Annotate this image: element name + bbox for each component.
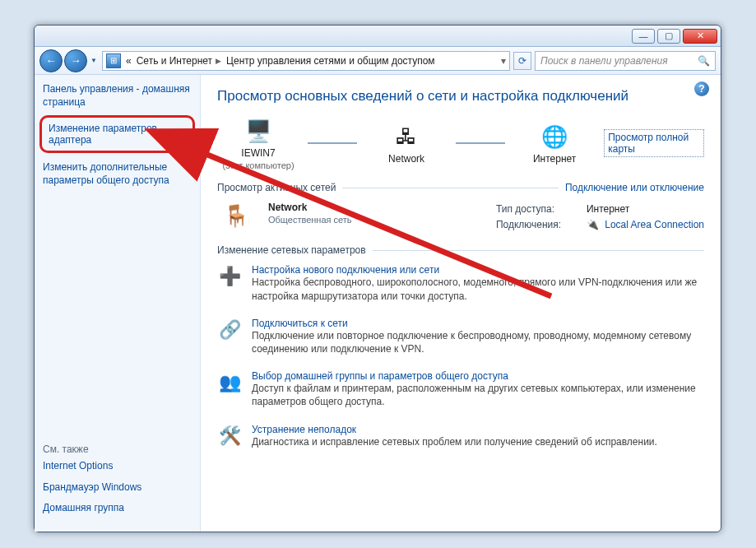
sidebar: Панель управления - домашняя страница Из… bbox=[35, 75, 201, 532]
netmap-node-computer: 🖥️ IEWIN7 (этот компьютер) bbox=[217, 116, 299, 170]
new-connection-icon: ➕ bbox=[217, 264, 242, 289]
connect-icon: 🔗 bbox=[217, 318, 242, 342]
task-troubleshoot: 🛠️ Устранение неполадок Диагностика и ис… bbox=[217, 424, 704, 448]
search-placeholder: Поиск в панели управления bbox=[540, 55, 668, 67]
nav-history-dropdown[interactable]: ▼ bbox=[89, 53, 99, 68]
sidebar-adapter-settings-link[interactable]: Изменение параметров адаптера bbox=[49, 123, 157, 146]
task-new-connection: ➕ Настройка нового подключения или сети … bbox=[217, 264, 704, 302]
connect-disconnect-link[interactable]: Подключение или отключение bbox=[565, 182, 704, 193]
task-homegroup: 👥 Выбор домашней группы и параметров общ… bbox=[217, 370, 704, 408]
task-new-connection-link[interactable]: Настройка нового подключения или сети bbox=[252, 264, 439, 276]
task-homegroup-desc: Доступ к файлам и принтерам, расположенн… bbox=[252, 382, 704, 408]
breadcrumb-2-label: Центр управления сетями и общим доступом bbox=[226, 55, 435, 67]
main-pane: ? Просмотр основных сведений о сети и на… bbox=[201, 75, 721, 532]
location-icon: ⊞ bbox=[106, 53, 121, 68]
addr-prefix: « bbox=[126, 55, 132, 67]
task-troubleshoot-link[interactable]: Устранение неполадок bbox=[252, 424, 356, 435]
page-title: Просмотр основных сведений о сети и наст… bbox=[217, 88, 704, 104]
netmap-node-network: 🖧 Network bbox=[365, 122, 448, 165]
search-input[interactable]: Поиск в панели управления 🔍 bbox=[535, 51, 716, 71]
nav-arrows: ← → ▼ bbox=[39, 49, 99, 72]
chevron-right-icon: ▶ bbox=[216, 57, 221, 65]
task-connect-desc: Подключение или повторное подключение к … bbox=[252, 329, 704, 355]
troubleshoot-icon: 🛠️ bbox=[217, 424, 242, 448]
network-details: Тип доступа: Интернет Подключения: 🔌 Loc… bbox=[496, 202, 704, 233]
back-button[interactable]: ← bbox=[39, 49, 63, 72]
sidebar-advanced-sharing-link[interactable]: Изменить дополнительные параметры общего… bbox=[43, 161, 169, 186]
see-also-homegroup[interactable]: Домашняя группа bbox=[43, 502, 124, 513]
task-new-connection-desc: Настройка беспроводного, широкополосного… bbox=[252, 276, 704, 302]
search-icon: 🔍 bbox=[698, 55, 710, 67]
netmap-node3-label: Интернет bbox=[533, 153, 576, 165]
ethernet-icon: 🔌 bbox=[587, 219, 599, 230]
network-settings-header: Изменение сетевых параметров bbox=[217, 244, 704, 256]
connection-link[interactable]: Local Area Connection bbox=[605, 219, 704, 230]
task-troubleshoot-desc: Диагностика и исправление сетевых пробле… bbox=[252, 435, 704, 448]
forward-button[interactable]: → bbox=[64, 49, 87, 72]
public-network-icon: 🪑 bbox=[217, 202, 255, 230]
sidebar-home-link[interactable]: Панель управления - домашняя страница bbox=[43, 83, 190, 108]
see-also-internet-options[interactable]: Internet Options bbox=[43, 460, 113, 471]
view-full-map-link[interactable]: Просмотр полной карты bbox=[604, 129, 704, 157]
network-map: 🖥️ IEWIN7 (этот компьютер) 🖧 Network 🌐 И… bbox=[217, 116, 704, 170]
network-icon: 🖧 bbox=[390, 122, 423, 151]
address-bar[interactable]: ⊞ « Сеть и Интернет ▶ Центр управления с… bbox=[102, 51, 510, 71]
homegroup-icon: 👥 bbox=[217, 370, 242, 395]
control-panel-window: — ▢ ✕ ← → ▼ ⊞ « Сеть и Интернет ▶ Центр … bbox=[34, 25, 721, 532]
refresh-button[interactable]: ⟳ bbox=[513, 52, 531, 70]
minimize-button[interactable]: — bbox=[632, 29, 655, 44]
network-type-link[interactable]: Общественная сеть bbox=[268, 215, 352, 225]
netmap-node1-sub: (этот компьютер) bbox=[223, 160, 295, 170]
see-also-firewall[interactable]: Брандмауэр Windows bbox=[43, 481, 141, 493]
content: Панель управления - домашняя страница Из… bbox=[35, 75, 721, 532]
active-networks-label: Просмотр активных сетей bbox=[217, 182, 336, 193]
network-name: Network bbox=[268, 202, 352, 213]
navbar: ← → ▼ ⊞ « Сеть и Интернет ▶ Центр управл… bbox=[35, 47, 721, 75]
task-homegroup-link[interactable]: Выбор домашней группы и параметров общег… bbox=[252, 370, 508, 382]
address-dropdown[interactable]: ▾ bbox=[501, 55, 506, 67]
maximize-button[interactable]: ▢ bbox=[657, 29, 680, 44]
network-settings-label: Изменение сетевых параметров bbox=[217, 244, 366, 256]
computer-icon: 🖥️ bbox=[242, 116, 275, 146]
see-also-heading: См. также bbox=[43, 444, 192, 455]
tasks-list: ➕ Настройка нового подключения или сети … bbox=[217, 264, 704, 448]
task-connect-link[interactable]: Подключиться к сети bbox=[252, 318, 348, 329]
netmap-node-internet: 🌐 Интернет bbox=[513, 122, 596, 165]
close-button[interactable]: ✕ bbox=[683, 29, 717, 44]
breadcrumb-1-label: Сеть и Интернет bbox=[137, 55, 212, 67]
netmap-line-1 bbox=[308, 142, 357, 144]
titlebar: — ▢ ✕ bbox=[35, 26, 721, 47]
netmap-line-2 bbox=[456, 142, 505, 144]
globe-icon: 🌐 bbox=[538, 122, 571, 151]
help-icon[interactable]: ? bbox=[694, 81, 709, 96]
access-type-label: Тип доступа: bbox=[496, 202, 578, 217]
connections-label: Подключения: bbox=[496, 217, 578, 233]
breadcrumb-2[interactable]: Центр управления сетями и общим доступом bbox=[226, 55, 435, 67]
annotation-highlight: Изменение параметров адаптера bbox=[39, 115, 195, 153]
breadcrumb-1[interactable]: Сеть и Интернет ▶ bbox=[137, 55, 221, 67]
active-network-row: 🪑 Network Общественная сеть Тип доступа:… bbox=[217, 202, 704, 233]
access-type-value: Интернет bbox=[587, 202, 629, 217]
active-networks-header: Просмотр активных сетей Подключение или … bbox=[217, 182, 704, 193]
netmap-node2-label: Network bbox=[388, 153, 424, 165]
task-connect: 🔗 Подключиться к сети Подключение или по… bbox=[217, 318, 704, 355]
netmap-node1-label: IEWIN7 bbox=[241, 147, 275, 159]
